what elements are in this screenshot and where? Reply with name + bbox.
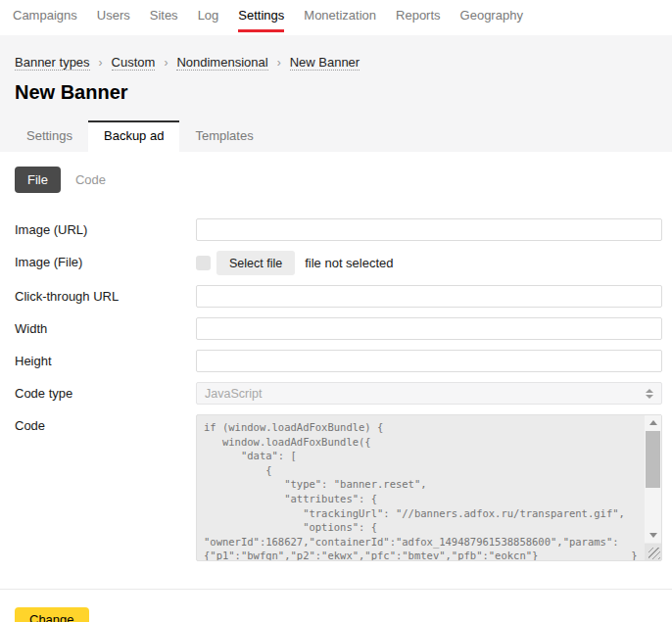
backup-ad-panel: File Code Image (URL) Image (File) Selec…	[0, 152, 672, 576]
breadcrumb-nondimensional[interactable]: Nondimensional	[176, 55, 267, 71]
width-input[interactable]	[196, 317, 662, 340]
top-navigation: Campaigns Users Sites Log Settings Monet…	[0, 0, 672, 35]
nav-item-sites[interactable]: Sites	[150, 8, 178, 32]
code-label: Code	[15, 414, 196, 433]
image-file-label: Image (File)	[15, 251, 196, 269]
backup-ad-form: Image (URL) Image (File) Select file fil…	[15, 218, 657, 561]
file-mode-button[interactable]: File	[15, 167, 61, 193]
image-url-label: Image (URL)	[15, 218, 196, 237]
code-mode-option[interactable]: Code	[75, 172, 106, 187]
code-type-label: Code type	[15, 382, 196, 401]
resize-handle-icon[interactable]	[645, 544, 661, 560]
click-url-label: Click-through URL	[15, 285, 196, 304]
form-footer: Change	[0, 590, 672, 622]
code-textarea[interactable]: if (window.loadAdFoxBundle) { window.loa…	[196, 414, 662, 561]
nav-item-geography[interactable]: Geography	[460, 8, 523, 32]
form-row-code: Code if (window.loadAdFoxBundle) { windo…	[15, 414, 657, 561]
form-row-image-url: Image (URL)	[15, 218, 657, 241]
page-title: New Banner	[15, 81, 657, 104]
breadcrumb-custom[interactable]: Custom	[112, 55, 156, 71]
image-file-checkbox[interactable]	[196, 256, 211, 270]
height-label: Height	[15, 350, 196, 368]
breadcrumb: Banner types › Custom › Nondimensional ›…	[15, 35, 657, 71]
nav-item-users[interactable]: Users	[97, 8, 130, 32]
breadcrumb-new-banner[interactable]: New Banner	[290, 55, 360, 71]
page-header-band: Banner types › Custom › Nondimensional ›…	[0, 35, 672, 152]
tab-templates[interactable]: Templates	[183, 128, 264, 152]
image-url-input[interactable]	[196, 218, 662, 241]
width-label: Width	[15, 317, 196, 336]
click-url-input[interactable]	[196, 285, 662, 308]
breadcrumb-banner-types[interactable]: Banner types	[15, 55, 90, 71]
change-button[interactable]: Change	[15, 607, 89, 622]
code-scrollbar[interactable]	[645, 415, 661, 543]
code-type-value: JavaScript	[205, 387, 262, 401]
scroll-down-icon[interactable]	[645, 528, 661, 543]
source-mode-toggle: File Code	[15, 167, 657, 193]
tab-backup-ad[interactable]: Backup ad	[88, 120, 179, 152]
file-status-text: file not selected	[305, 256, 393, 270]
nav-item-monetization[interactable]: Monetization	[304, 8, 376, 32]
scrollbar-thumb[interactable]	[646, 431, 660, 488]
form-row-image-file: Image (File) Select file file not select…	[15, 251, 657, 275]
chevron-right-icon: ›	[164, 56, 168, 70]
tab-settings[interactable]: Settings	[15, 128, 84, 152]
height-input[interactable]	[196, 350, 662, 372]
form-row-height: Height	[15, 350, 657, 372]
nav-item-reports[interactable]: Reports	[396, 8, 441, 32]
chevron-right-icon: ›	[99, 56, 103, 70]
code-editor: if (window.loadAdFoxBundle) { window.loa…	[196, 414, 662, 561]
form-row-code-type: Code type JavaScript	[15, 382, 657, 405]
tab-bar: Settings Backup ad Templates	[15, 120, 265, 152]
nav-item-campaigns[interactable]: Campaigns	[13, 8, 77, 32]
chevron-right-icon: ›	[277, 56, 281, 70]
updown-stepper-icon	[646, 389, 653, 399]
form-row-click-url: Click-through URL	[15, 285, 657, 308]
select-file-button[interactable]: Select file	[216, 251, 295, 275]
form-row-width: Width	[15, 317, 657, 340]
nav-item-settings[interactable]: Settings	[238, 8, 284, 32]
nav-item-log[interactable]: Log	[198, 8, 219, 32]
scroll-up-icon[interactable]	[645, 415, 661, 430]
code-type-select[interactable]: JavaScript	[196, 382, 662, 405]
